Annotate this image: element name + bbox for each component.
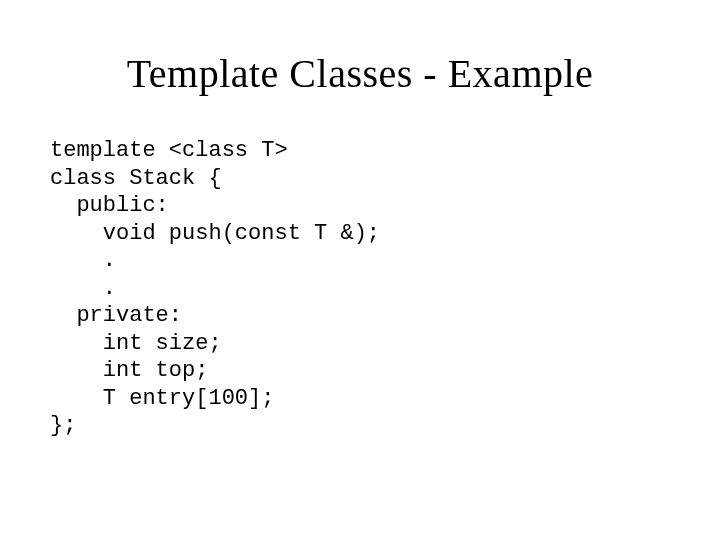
code-line: int top; xyxy=(50,358,208,383)
slide-title: Template Classes - Example xyxy=(50,50,670,97)
code-line: . xyxy=(50,248,116,273)
code-line: . xyxy=(50,276,116,301)
slide: Template Classes - Example template <cla… xyxy=(0,0,720,540)
code-line: template <class T> xyxy=(50,138,288,163)
code-line: }; xyxy=(50,413,76,438)
code-line: void push(const T &); xyxy=(50,221,380,246)
code-line: public: xyxy=(50,193,169,218)
code-line: class Stack { xyxy=(50,166,222,191)
code-block: template <class T> class Stack { public:… xyxy=(50,137,670,440)
code-line: T entry[100]; xyxy=(50,386,274,411)
code-line: private: xyxy=(50,303,182,328)
code-line: int size; xyxy=(50,331,222,356)
